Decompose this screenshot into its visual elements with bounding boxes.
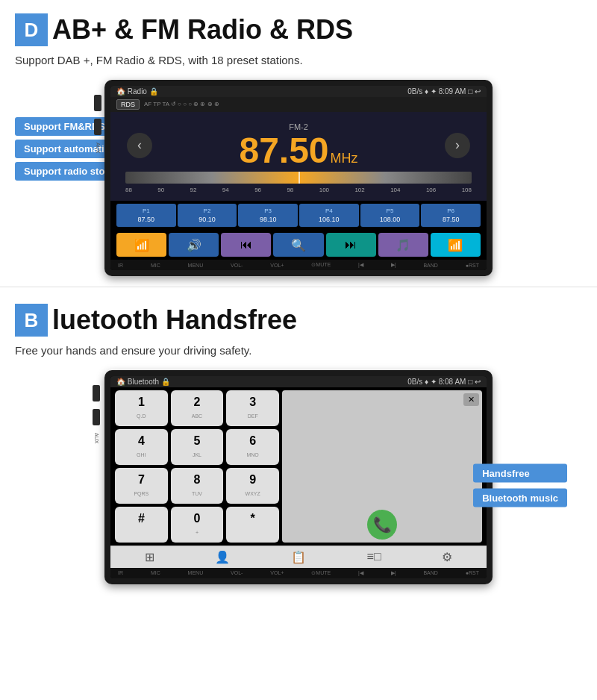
radio-statusbar: 🏠 Radio 🔒 0B/s ♦ ✦ 8:09 AM □ ↩ bbox=[110, 86, 487, 97]
key-8[interactable]: 8TUV bbox=[171, 468, 224, 504]
section-d-subtitle: Support DAB +, FM Radio & RDS, with 18 p… bbox=[15, 52, 582, 69]
key-7[interactable]: 7PQRS bbox=[115, 468, 168, 504]
radio-frequency: 87.50 bbox=[239, 133, 328, 169]
radio-scale bbox=[125, 172, 472, 184]
ctrl-next-track[interactable]: ⏭ bbox=[326, 233, 376, 257]
bt-main: 1Q.D 2ABC 3DEF 4GHI 5JKL 6MNO 7PQRS 8TUV… bbox=[110, 387, 487, 546]
bt-nav-keypad[interactable]: ⊞ bbox=[145, 550, 154, 564]
key-6[interactable]: 6MNO bbox=[226, 429, 279, 465]
radio-presets: P187.50 P290.10 P398.10 P4106.10 P5108.0… bbox=[110, 201, 487, 231]
feature-bt-music: Bluetooth music bbox=[473, 489, 567, 507]
bt-nav-contacts[interactable]: 👤 bbox=[215, 550, 230, 564]
preset-p4[interactable]: P4106.10 bbox=[299, 204, 359, 228]
bt-usb-port-1 bbox=[93, 385, 100, 401]
section-b-title: luetooth Handsfree bbox=[52, 307, 297, 334]
bt-screen: 🏠 Bluetooth 🔒 0B/s ♦ ✦ 8:08 AM □ ↩ 1Q.D … bbox=[110, 376, 487, 578]
bt-nav-split[interactable]: ≡□ bbox=[367, 550, 381, 564]
key-5[interactable]: 5JKL bbox=[171, 429, 224, 465]
bt-feature-labels: Handsfree Bluetooth music bbox=[473, 464, 567, 507]
bt-display-top: ✕ bbox=[285, 393, 479, 406]
radio-nav: ‹ FM-2 87.50 MHz › bbox=[119, 122, 478, 169]
radio-device-mockup: AUX 🏠 Radio 🔒 0B/s ♦ ✦ 8:09 AM □ ↩ RDS A… bbox=[104, 80, 493, 277]
bt-usb-port-2 bbox=[93, 409, 100, 425]
bt-nav-calls[interactable]: 📋 bbox=[291, 550, 306, 564]
key-hash[interactable]: # bbox=[115, 507, 168, 543]
radio-status-right: 0B/s ♦ ✦ 8:09 AM □ ↩ bbox=[407, 87, 481, 96]
radio-scale-nums: 8890929496 98100102104106108 bbox=[119, 187, 478, 193]
radio-status-left: 🏠 Radio 🔒 bbox=[116, 87, 158, 96]
preset-p3[interactable]: P398.10 bbox=[238, 204, 298, 228]
usb-port-2 bbox=[94, 119, 101, 135]
ctrl-volume[interactable]: 🔊 bbox=[169, 233, 219, 257]
rds-badge: RDS bbox=[116, 99, 140, 110]
bt-display: ✕ 📞 bbox=[282, 390, 482, 543]
section-d-title: AB+ & FM Radio & RDS bbox=[52, 16, 353, 43]
radio-main: ‹ FM-2 87.50 MHz › bbox=[110, 112, 487, 201]
radio-controls: 📶 🔊 ⏮ 🔍 ⏭ 🎵 📶 bbox=[110, 230, 487, 260]
bt-bottombar: IRMICMENUVOL-VOL+ ⊙MUTE|◀▶|BAND●RST bbox=[110, 568, 487, 578]
usb-port-1 bbox=[94, 95, 101, 111]
bt-status-left: 🏠 Bluetooth 🔒 bbox=[116, 378, 170, 386]
key-2[interactable]: 2ABC bbox=[171, 390, 224, 426]
ctrl-equalizer[interactable]: 🎵 bbox=[378, 233, 428, 257]
preset-p2[interactable]: P290.10 bbox=[178, 204, 237, 228]
section-b-subtitle: Free your hands and ensure your driving … bbox=[15, 343, 582, 360]
bt-status-right: 0B/s ♦ ✦ 8:08 AM □ ↩ bbox=[407, 378, 481, 386]
preset-p1[interactable]: P187.50 bbox=[116, 204, 176, 228]
section-bluetooth: B luetooth Handsfree Free your hands and… bbox=[0, 290, 597, 592]
section-b-letter: B bbox=[15, 304, 48, 337]
radio-topbar-items: AF TP TA ↺ ○ ○ ○ ⊕ ⊕ ⊕ ⊕ bbox=[144, 101, 219, 107]
radio-topbar: RDS AF TP TA ↺ ○ ○ ○ ⊕ ⊕ ⊕ ⊕ bbox=[110, 97, 487, 112]
ctrl-prev-track[interactable]: ⏮ bbox=[221, 233, 271, 257]
preset-p6[interactable]: P687.50 bbox=[421, 204, 481, 228]
aux-label-radio: AUX bbox=[96, 143, 101, 153]
radio-unit: MHz bbox=[331, 151, 358, 166]
key-star[interactable]: * bbox=[226, 507, 279, 543]
bt-device-area: AUX 🏠 Bluetooth 🔒 0B/s ♦ ✦ 8:08 AM □ ↩ 1… bbox=[15, 370, 582, 584]
section-b-header: B luetooth Handsfree bbox=[15, 304, 582, 337]
radio-fm-label: FM-2 bbox=[239, 122, 357, 131]
ctrl-wifi[interactable]: 📶 bbox=[116, 233, 166, 257]
aux-label-bt: AUX bbox=[94, 433, 99, 443]
bt-device-mockup: AUX 🏠 Bluetooth 🔒 0B/s ♦ ✦ 8:08 AM □ ↩ 1… bbox=[104, 370, 493, 584]
key-1[interactable]: 1Q.D bbox=[115, 390, 168, 426]
radio-next-btn[interactable]: › bbox=[445, 133, 470, 158]
bt-bottom-nav: ⊞ 👤 📋 ≡□ ⚙ bbox=[110, 546, 487, 568]
section-d-letter: D bbox=[15, 13, 48, 46]
radio-screen: 🏠 Radio 🔒 0B/s ♦ ✦ 8:09 AM □ ↩ RDS AF TP… bbox=[110, 86, 487, 271]
section-d-header: D AB+ & FM Radio & RDS bbox=[15, 13, 582, 46]
radio-prev-btn[interactable]: ‹ bbox=[127, 133, 152, 158]
section-dab-fm: D AB+ & FM Radio & RDS Support DAB +, FM… bbox=[0, 0, 597, 284]
key-4[interactable]: 4GHI bbox=[115, 429, 168, 465]
key-9[interactable]: 9WXYZ bbox=[226, 468, 279, 504]
bt-statusbar: 🏠 Bluetooth 🔒 0B/s ♦ ✦ 8:08 AM □ ↩ bbox=[110, 376, 487, 387]
radio-device-area: Support FM&RDS&DAB+ Support automatic se… bbox=[15, 80, 582, 277]
feature-handsfree: Handsfree bbox=[473, 464, 567, 483]
bt-nav-settings[interactable]: ⚙ bbox=[442, 550, 452, 564]
section-divider bbox=[0, 287, 597, 287]
ctrl-cast[interactable]: 📶 bbox=[431, 233, 481, 257]
key-0[interactable]: 0+ bbox=[171, 507, 224, 543]
ctrl-search[interactable]: 🔍 bbox=[273, 233, 323, 257]
preset-p5[interactable]: P5108.00 bbox=[360, 204, 420, 228]
bt-keypad: 1Q.D 2ABC 3DEF 4GHI 5JKL 6MNO 7PQRS 8TUV… bbox=[115, 390, 279, 543]
key-3[interactable]: 3DEF bbox=[226, 390, 279, 426]
radio-bottombar: IRMICMENUVOL-VOL+ ⊙MUTE|◀▶|BAND●RST bbox=[110, 260, 487, 270]
bt-delete-btn[interactable]: ✕ bbox=[463, 393, 479, 406]
bt-call-btn[interactable]: 📞 bbox=[367, 510, 397, 540]
